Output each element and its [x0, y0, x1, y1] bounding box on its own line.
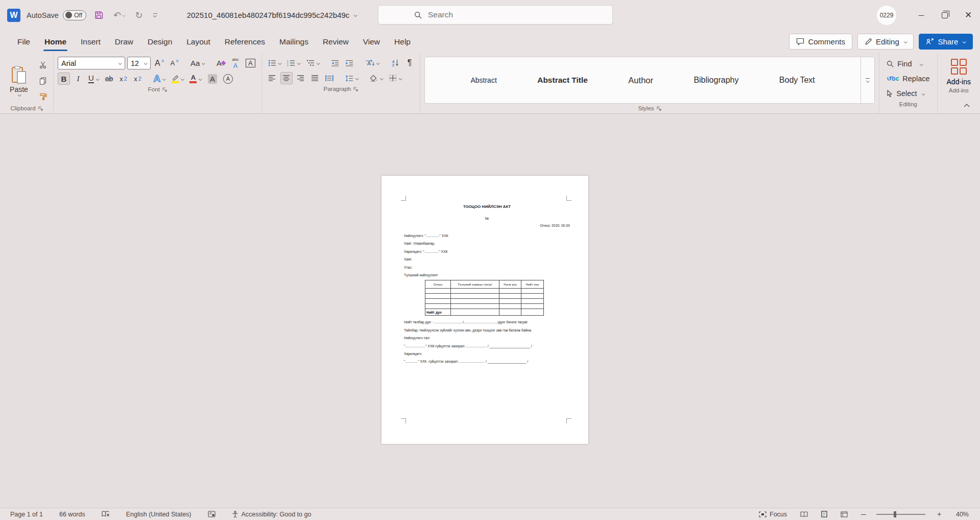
addins-button[interactable]: Add-ins: [942, 57, 976, 86]
tab-draw[interactable]: Draw: [108, 30, 140, 53]
increase-indent-button[interactable]: [343, 57, 355, 69]
replace-button[interactable]: ↺bc Replace: [883, 73, 933, 85]
word-count[interactable]: 66 words: [56, 510, 88, 518]
align-center-button[interactable]: [280, 72, 293, 84]
cut-button[interactable]: [37, 59, 49, 71]
autosave-toggle[interactable]: Off: [63, 10, 86, 20]
zoom-out-button[interactable]: ─: [858, 510, 869, 519]
phonetic-guide-button[interactable]: abcA: [229, 57, 242, 69]
tab-mailings[interactable]: Mailings: [272, 30, 316, 53]
tab-layout[interactable]: Layout: [179, 30, 218, 53]
select-button[interactable]: Select: [883, 87, 933, 100]
borders-button[interactable]: [387, 72, 404, 84]
strikethrough-button[interactable]: ab: [103, 73, 115, 85]
paste-button[interactable]: Paste: [4, 57, 34, 104]
proofing-errors-button[interactable]: [99, 510, 113, 518]
style-item-body-text[interactable]: Body Text: [779, 76, 815, 85]
tab-help[interactable]: Help: [387, 30, 418, 53]
search-box[interactable]: [378, 5, 613, 25]
clipboard-dialog-launcher[interactable]: [38, 106, 43, 111]
share-button[interactable]: Share: [919, 34, 973, 50]
read-mode-button[interactable]: [797, 511, 811, 518]
tab-view[interactable]: View: [356, 30, 387, 53]
subscript-button[interactable]: x2: [117, 73, 129, 85]
underline-button[interactable]: U: [86, 73, 101, 85]
justify-button[interactable]: [309, 72, 321, 84]
close-button[interactable]: ✕: [957, 0, 980, 30]
undo-button[interactable]: ↶: [111, 10, 127, 21]
highlight-button[interactable]: [170, 73, 186, 85]
styles-dialog-launcher[interactable]: [657, 106, 661, 111]
align-right-icon: [297, 75, 304, 81]
redo-button[interactable]: ↻: [133, 10, 145, 21]
comments-button[interactable]: Comments: [789, 34, 852, 50]
search-input[interactable]: [427, 10, 580, 20]
tab-insert[interactable]: Insert: [74, 30, 108, 53]
character-border-button[interactable]: A: [244, 57, 257, 69]
multilevel-list-button[interactable]: [304, 57, 322, 69]
font-color-button[interactable]: A: [187, 73, 204, 85]
shrink-font-button[interactable]: A˅: [169, 57, 181, 69]
zoom-level[interactable]: 40%: [953, 510, 972, 518]
document-canvas[interactable]: ТООЦОО НИЙЛСЭН АКТ № Огноо: 2020. 00.00 …: [0, 114, 980, 508]
change-case-button[interactable]: Aa: [188, 57, 207, 69]
collapse-ribbon-button[interactable]: [962, 102, 972, 109]
bullets-button[interactable]: [266, 57, 283, 69]
web-layout-button[interactable]: [838, 511, 851, 518]
restore-button[interactable]: [933, 0, 957, 30]
accessibility-status[interactable]: Accessibility: Good to go: [229, 510, 315, 518]
language-status[interactable]: English (United States): [123, 510, 195, 518]
editing-mode-button[interactable]: Editing: [857, 34, 914, 50]
tab-home[interactable]: Home: [37, 30, 74, 53]
tab-references[interactable]: References: [218, 30, 272, 53]
zoom-slider-thumb[interactable]: [894, 511, 896, 517]
character-shading-button[interactable]: A: [206, 73, 219, 85]
sort-button[interactable]: A Z: [389, 57, 401, 69]
align-left-button[interactable]: [266, 72, 278, 84]
distribute-button[interactable]: [323, 72, 336, 84]
bold-button[interactable]: B: [58, 73, 70, 85]
styles-gallery-more-button[interactable]: [861, 57, 874, 103]
find-button[interactable]: Find: [883, 58, 933, 70]
page-content[interactable]: ТООЦОО НИЙЛСЭН АКТ № Огноо: 2020. 00.00 …: [404, 204, 570, 366]
minimize-button[interactable]: ─: [910, 0, 933, 30]
tab-file[interactable]: File: [10, 30, 37, 53]
document-page[interactable]: ТООЦОО НИЙЛСЭН АКТ № Огноо: 2020. 00.00 …: [381, 176, 588, 444]
document-title-control[interactable]: 202510_46081eb480247bf6194dc995c242b49c: [187, 11, 357, 19]
record-button[interactable]: [205, 510, 219, 518]
style-item-bibliography[interactable]: Bibliography: [694, 76, 738, 85]
decrease-indent-button[interactable]: [329, 57, 341, 69]
show-formatting-marks-button[interactable]: ¶: [403, 57, 416, 69]
text-effects-button[interactable]: A: [151, 73, 167, 85]
style-item-abstract[interactable]: Abstract: [470, 76, 496, 84]
align-right-button[interactable]: [295, 72, 307, 84]
font-size-select[interactable]: 12: [127, 57, 151, 69]
italic-button[interactable]: I: [72, 73, 84, 85]
autosave-control[interactable]: AutoSave Off: [27, 10, 86, 20]
tab-review[interactable]: Review: [316, 30, 356, 53]
zoom-in-button[interactable]: ＋: [933, 509, 946, 519]
style-item-author[interactable]: Author: [628, 76, 653, 85]
shading-button[interactable]: [368, 72, 385, 84]
enclose-characters-button[interactable]: A: [221, 73, 235, 85]
paragraph-dialog-launcher[interactable]: [353, 87, 358, 91]
text-direction-button[interactable]: A: [363, 57, 381, 69]
focus-button[interactable]: Focus: [756, 510, 790, 518]
line-spacing-button[interactable]: [343, 72, 361, 84]
font-name-select[interactable]: Arial: [58, 57, 125, 69]
superscript-button[interactable]: x2: [131, 73, 144, 85]
format-painter-button[interactable]: [37, 90, 49, 103]
clear-formatting-button[interactable]: A: [214, 57, 227, 69]
account-badge[interactable]: 0229: [877, 6, 896, 25]
print-layout-button[interactable]: [818, 510, 830, 518]
customize-quick-access-button[interactable]: [151, 12, 159, 18]
page-status[interactable]: Page 1 of 1: [7, 510, 46, 518]
style-item-abstract-title[interactable]: Abstract Title: [537, 76, 588, 85]
numbering-button[interactable]: 123: [285, 57, 302, 69]
save-button[interactable]: [92, 10, 105, 20]
copy-button[interactable]: [37, 75, 49, 87]
font-dialog-launcher[interactable]: [162, 87, 167, 92]
grow-font-button[interactable]: A˄: [153, 57, 166, 69]
tab-design[interactable]: Design: [140, 30, 179, 53]
zoom-slider[interactable]: [876, 514, 925, 515]
